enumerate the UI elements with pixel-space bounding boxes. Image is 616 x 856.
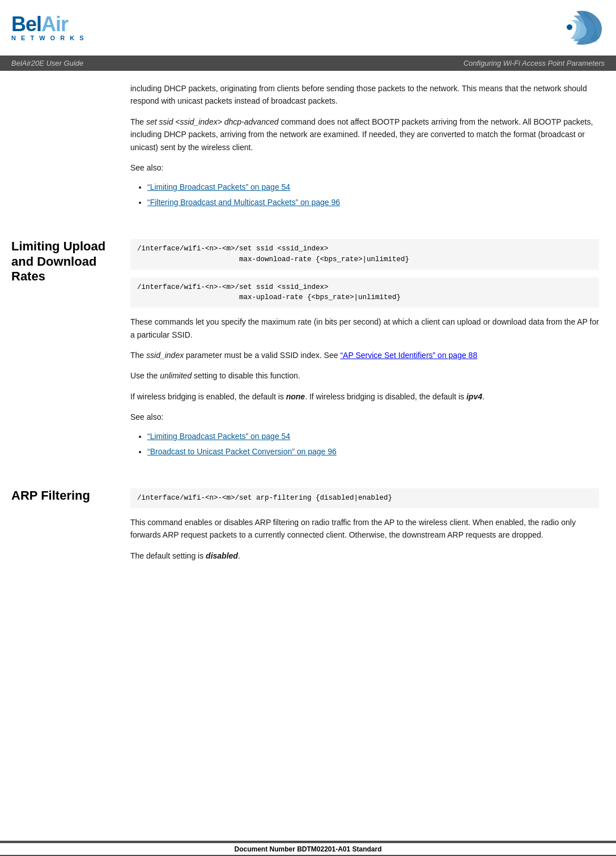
val-disabled: disabled (206, 551, 238, 560)
limiting-code-1: /interface/wifi-<n>-<m>/set ssid <ssid_i… (130, 239, 599, 270)
main-content: including DHCP packets, originating from… (0, 71, 616, 228)
link-filtering-broadcast[interactable]: “Filtering Broadcast and Multicast Packe… (147, 198, 340, 207)
arp-right-col: /interface/wifi-<n>-<m>/set arp-filterin… (125, 477, 616, 581)
link-broadcast-packets[interactable]: “Limiting Broadcast Packets” on page 54 (147, 182, 290, 191)
limiting-link-item-2[interactable]: “Broadcast to Unicast Packet Conversion”… (147, 445, 599, 458)
link-limiting-broadcast-2[interactable]: “Limiting Broadcast Packets” on page 54 (147, 432, 290, 441)
left-col-intro (0, 71, 125, 228)
val-ipv4: ipv4 (466, 392, 482, 401)
limiting-section: Limiting Upload and Download Rates /inte… (0, 228, 616, 477)
cmd-ssid-index: ssid_index (146, 351, 184, 360)
belair-logo: BelAir N E T W O R K S (11, 14, 86, 41)
belair-icon (542, 6, 605, 48)
limiting-p1: These commands let you specify the maxim… (130, 316, 599, 341)
limiting-link-list: “Limiting Broadcast Packets” on page 54 … (130, 430, 599, 458)
nav-guide-title: BelAir20E User Guide (11, 59, 83, 67)
right-col-intro: including DHCP packets, originating from… (125, 71, 616, 228)
intro-link-item-1[interactable]: “Limiting Broadcast Packets” on page 54 (147, 181, 599, 193)
limiting-link-item-1[interactable]: “Limiting Broadcast Packets” on page 54 (147, 430, 599, 442)
arp-left-col: ARP Filtering (0, 477, 125, 581)
svg-point-1 (567, 24, 572, 30)
arp-heading: ARP Filtering (11, 488, 116, 503)
limiting-right-col: /interface/wifi-<n>-<m>/set ssid <ssid_i… (125, 228, 616, 477)
link-broadcast-unicast[interactable]: “Broadcast to Unicast Packet Conversion”… (147, 447, 337, 456)
intro-p1: including DHCP packets, originating from… (130, 82, 599, 108)
logo-text: BelAir (11, 14, 86, 35)
limiting-p3: Use the unlimited setting to disable thi… (130, 369, 599, 382)
nav-bar: BelAir20E User Guide Configuring Wi-Fi A… (0, 56, 616, 71)
limiting-heading: Limiting Upload and Download Rates (11, 239, 116, 284)
logo-bar: BelAir N E T W O R K S (0, 0, 616, 56)
nav-section-title: Configuring Wi-Fi Access Point Parameter… (464, 59, 605, 67)
limiting-code-2: /interface/wifi-<n>-<m>/set ssid <ssid_i… (130, 278, 599, 308)
right-logo (542, 6, 605, 50)
arp-p2: The default setting is disabled. (130, 550, 599, 562)
arp-code: /interface/wifi-<n>-<m>/set arp-filterin… (130, 488, 599, 508)
footer-doc-number: Document Number BDTM02201-A01 Standard (0, 843, 616, 855)
link-ap-service-set[interactable]: “AP Service Set Identifiers” on page 88 (340, 351, 477, 360)
networks-label: N E T W O R K S (11, 35, 86, 41)
limiting-p4: If wireless bridging is enabled, the def… (130, 390, 599, 403)
arp-p1: This command enables or disables ARP fil… (130, 516, 599, 542)
val-none: none (286, 392, 305, 401)
intro-p2: The set ssid <ssid_index> dhcp-advanced … (130, 116, 599, 154)
limiting-see-also: See also: “Limiting Broadcast Packets” o… (130, 411, 599, 458)
limiting-left-col: Limiting Upload and Download Rates (0, 228, 125, 477)
intro-link-list: “Limiting Broadcast Packets” on page 54 … (130, 181, 599, 208)
cmd-dhcp-advanced: set ssid <ssid_index> dhcp-advanced (146, 117, 278, 126)
limiting-p2: The ssid_index parameter must be a valid… (130, 349, 599, 361)
arp-section: ARP Filtering /interface/wifi-<n>-<m>/se… (0, 477, 616, 581)
intro-see-also: See also: “Limiting Broadcast Packets” o… (130, 161, 599, 208)
intro-link-item-2[interactable]: “Filtering Broadcast and Multicast Packe… (147, 196, 599, 208)
cmd-unlimited: unlimited (160, 371, 192, 380)
